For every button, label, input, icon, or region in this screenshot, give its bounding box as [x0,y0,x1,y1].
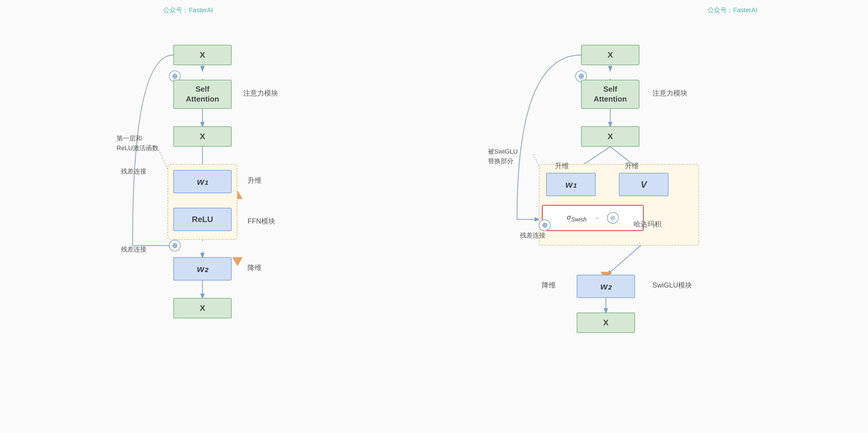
d2-swish-region: σSwish → ⊗ [542,205,644,231]
d1-canjie2-label: 残差连接 [121,245,147,254]
d2-sa-line1: Self [603,85,617,94]
d1-attention-label: 注意力模块 [243,89,278,98]
d2-sa-line2: Attention [594,94,627,104]
main-container: X ⊕ Self Attention X w₁ ReLU ⊕ w₂ X 注意力模… [0,0,868,433]
d1-x2-box: X [173,126,231,147]
d2-jiangwei-label: 降维 [542,280,556,290]
d2-swiglu-label: SwiGLU模块 [652,280,692,290]
d1-w1-box: w₁ [173,170,231,193]
d1-jiangwei-label: 降维 [248,263,261,272]
watermark-right: 公众号：FasterAI [708,6,757,14]
d2-sigma-text: σSwish [567,213,587,223]
d2-plus2: ⊕ [539,220,551,231]
d1-x3-box: X [173,298,231,318]
svg-marker-10 [232,257,243,266]
d2-canjie-label: 残差连接 [520,231,546,240]
diagram1: X ⊕ Self Attention X w₁ ReLU ⊕ w₂ X 注意力模… [115,27,319,406]
d1-plus2: ⊕ [169,240,181,252]
d2-V-box: V [619,173,669,196]
d1-w2-box: w₂ [173,257,231,280]
watermark-left: 公众号：FasterAI [163,6,213,14]
d1-sa-box: Self Attention [173,80,231,109]
d1-shengwei-label: 升维 [248,176,261,185]
d1-relu-box: ReLU [173,208,231,231]
diagram2: X ⊕ Self Attention X w₁ V σSwish → ⊗ ⊕ w… [491,27,753,406]
d2-circle-times: ⊗ [607,212,619,224]
d2-shengwei2-label: 升维 [625,161,639,170]
d2-attention-label: 注意力模块 [652,89,687,98]
d1-canjie1-label: 残差连接 [121,167,147,176]
d1-diyi-label: 第一层和 ReLU激活函数 [117,134,158,153]
d2-shengwei1-label: 升维 [555,161,569,170]
d2-x2-box: X [581,126,639,147]
d2-sa-box: Self Attention [581,80,639,109]
d2-w1-box: w₁ [546,173,596,196]
d2-beiti-label: 被SwiGLU 替换部分 [488,147,518,166]
d1-ffn-label: FFN模块 [248,216,275,226]
d1-x1-box: X [173,45,231,65]
d2-arrow-right: → [594,215,600,222]
d1-sa-line2: Attention [186,94,219,104]
d1-sa-line1: Self [195,85,210,94]
d2-x3-box: X [577,312,635,333]
d2-w2-box: w₂ [577,275,635,298]
d2-hadamard-label: 哈达玛积 [633,220,661,229]
d2-x1-box: X [581,45,639,65]
